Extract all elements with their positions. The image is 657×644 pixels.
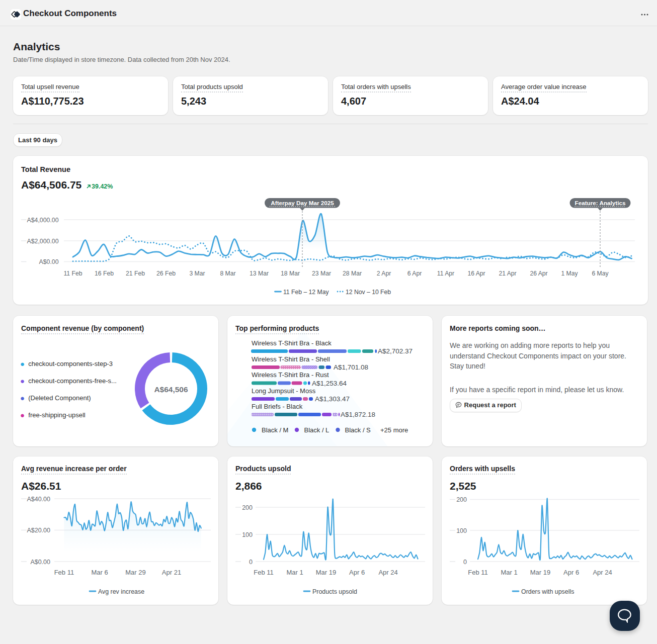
svg-text:12 Nov – 10 Feb: 12 Nov – 10 Feb xyxy=(346,289,391,296)
svg-text:100: 100 xyxy=(242,531,253,538)
svg-text:18 Mar: 18 Mar xyxy=(281,270,300,277)
svg-text:Apr 21: Apr 21 xyxy=(162,569,181,576)
svg-text:Mar 19: Mar 19 xyxy=(530,569,550,576)
svg-text:Apr 24: Apr 24 xyxy=(378,569,397,576)
svg-text:13 Mar: 13 Mar xyxy=(250,270,269,277)
svg-text:Mar 1: Mar 1 xyxy=(501,569,517,576)
svg-text:Full Briefs - Black: Full Briefs - Black xyxy=(252,403,303,410)
svg-text:Mar 29: Mar 29 xyxy=(125,569,145,576)
svg-text:A$2,702.37: A$2,702.37 xyxy=(378,347,413,355)
svg-text:Avg rev increase: Avg rev increase xyxy=(98,588,144,595)
svg-text:21 Feb: 21 Feb xyxy=(126,270,145,277)
svg-text:Wireless T-Shirt Bra - Rust: Wireless T-Shirt Bra - Rust xyxy=(252,371,329,379)
svg-text:11 Apr: 11 Apr xyxy=(437,270,454,277)
svg-text:Feb 11: Feb 11 xyxy=(54,569,74,576)
svg-text:A$4,000.00: A$4,000.00 xyxy=(27,217,59,224)
svg-text:A$1,253.64: A$1,253.64 xyxy=(312,380,347,387)
svg-text:16 Apr: 16 Apr xyxy=(467,270,485,277)
svg-text:Products upsold: Products upsold xyxy=(312,588,357,595)
svg-text:21 Apr: 21 Apr xyxy=(499,270,516,277)
svg-text:Wireless T-Shirt Bra - Shell: Wireless T-Shirt Bra - Shell xyxy=(252,355,330,363)
svg-text:Black / S: Black / S xyxy=(345,426,371,434)
svg-text:26 Apr: 26 Apr xyxy=(530,270,547,277)
svg-text:+25 more: +25 more xyxy=(380,426,408,434)
svg-text:3 Mar: 3 Mar xyxy=(189,270,205,277)
svg-text:A$40.00: A$40.00 xyxy=(27,496,50,503)
svg-text:Mar 1: Mar 1 xyxy=(286,569,303,576)
svg-text:Long Jumpsuit - Moss: Long Jumpsuit - Moss xyxy=(252,387,316,395)
svg-text:8 Mar: 8 Mar xyxy=(220,270,235,277)
svg-text:Apr 6: Apr 6 xyxy=(563,569,579,576)
svg-text:Apr 6: Apr 6 xyxy=(349,569,365,576)
svg-text:A$20.00: A$20.00 xyxy=(27,527,50,534)
svg-text:6 Apr: 6 Apr xyxy=(407,270,422,277)
svg-text:Black / M: Black / M xyxy=(262,426,288,434)
svg-text:Black / L: Black / L xyxy=(304,426,330,434)
svg-text:16 Feb: 16 Feb xyxy=(95,270,114,277)
svg-text:23 Mar: 23 Mar xyxy=(312,270,331,277)
svg-text:Mar 6: Mar 6 xyxy=(91,569,108,576)
svg-text:26 Feb: 26 Feb xyxy=(156,270,176,277)
svg-text:Feb 11: Feb 11 xyxy=(468,569,488,576)
svg-text:Feature: Analytics: Feature: Analytics xyxy=(575,200,626,206)
svg-text:A$1,872.18: A$1,872.18 xyxy=(341,411,375,418)
svg-text:A$64,506: A$64,506 xyxy=(154,385,188,394)
svg-text:A$0.00: A$0.00 xyxy=(30,559,50,566)
svg-text:Wireless T-Shirt Bra - Black: Wireless T-Shirt Bra - Black xyxy=(252,339,332,347)
svg-text:Orders with upsells: Orders with upsells xyxy=(521,588,574,595)
svg-text:A$0.00: A$0.00 xyxy=(39,258,59,265)
svg-text:A$1,701.08: A$1,701.08 xyxy=(334,363,368,371)
svg-text:Mar 19: Mar 19 xyxy=(316,569,336,576)
svg-text:11 Feb: 11 Feb xyxy=(63,270,82,277)
svg-text:0: 0 xyxy=(463,559,467,566)
svg-text:A$2,000.00: A$2,000.00 xyxy=(27,238,59,245)
svg-text:100: 100 xyxy=(456,527,467,534)
svg-text:2 Apr: 2 Apr xyxy=(377,270,391,277)
svg-text:28 Mar: 28 Mar xyxy=(343,270,362,277)
svg-text:Feb 11: Feb 11 xyxy=(254,569,274,576)
svg-text:Apr 24: Apr 24 xyxy=(593,569,612,576)
svg-text:6 May: 6 May xyxy=(592,270,609,277)
svg-text:1 May: 1 May xyxy=(561,270,578,277)
svg-text:Afterpay Day Mar 2025: Afterpay Day Mar 2025 xyxy=(271,200,334,206)
svg-text:A$1,303.47: A$1,303.47 xyxy=(315,395,350,403)
svg-text:0: 0 xyxy=(249,559,253,566)
svg-text:200: 200 xyxy=(242,504,253,511)
svg-text:11 Feb – 12 May: 11 Feb – 12 May xyxy=(283,289,329,296)
svg-text:200: 200 xyxy=(456,496,467,503)
